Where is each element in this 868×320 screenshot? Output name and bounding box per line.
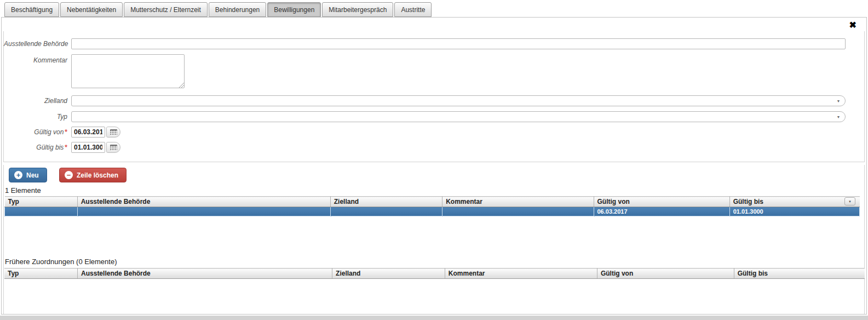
tab-mitarbeitergespraech[interactable]: Mitarbeitergespräch [322,2,393,17]
previous-assignments-title: Frühere Zuordnungen (0 Elemente) [5,258,117,266]
zielland-dropdown-arrow-icon[interactable]: ▼ [832,96,845,106]
cell-ausstellende-behoerde [77,207,330,216]
plus-circle-icon: + [14,171,22,179]
tab-beschaeftigung[interactable]: Beschäftigung [4,2,59,17]
gueltig-von-datefield [71,127,120,138]
ausstellende-behoerde-input[interactable] [71,38,846,49]
grids-section: + Neu − Zeile löschen 1 Elemente Typ Aus… [3,165,865,314]
tab-bar: Beschäftigung Nebentätigkeiten Muttersch… [0,0,868,17]
column-header-gueltig-von[interactable]: Gültig von [594,197,729,207]
required-marker: * [65,128,67,136]
new-button[interactable]: + Neu [9,168,47,182]
cell-gueltig-bis: 01.01.3000 [729,207,859,216]
close-icon[interactable]: ✖ [849,21,856,30]
column-header-zielland[interactable]: Zielland [332,268,445,279]
gueltig-bis-datefield [71,142,120,153]
tab-bewilligungen[interactable]: Bewilligungen [267,2,321,17]
bewilligung-form: Ausstellende Behörde Kommentar Zielland … [3,31,865,162]
tab-austritte[interactable]: Austritte [394,2,432,17]
gueltig-von-input[interactable] [71,127,105,138]
gueltig-bis-calendar-button[interactable] [106,142,120,153]
column-header-gueltig-bis[interactable]: Gültig bis [729,197,859,207]
calendar-icon [110,145,117,151]
content-panel: ✖ Ausstellende Behörde Kommentar Ziellan… [1,17,867,315]
ausstellende-behoerde-label: Ausstellende Behörde [4,40,67,48]
page-bottom-strip [0,316,868,320]
zielland-input[interactable] [72,96,832,106]
grid-header-row: Typ Ausstellende Behörde Zielland Kommen… [5,197,860,207]
cell-zielland [330,207,442,216]
previous-assignments-grid: Typ Ausstellende Behörde Zielland Kommen… [4,268,865,279]
tab-mutterschutz-elternzeit[interactable]: Mutterschutz / Elternzeit [124,2,208,17]
column-header-gueltig-bis[interactable]: Gültig bis [734,268,865,279]
new-button-label: Neu [26,172,39,179]
tab-behinderungen[interactable]: Behinderungen [209,2,266,17]
chevron-down-icon: ▼ [848,200,852,203]
grid-header-menu-button[interactable]: ▼ [844,197,855,205]
typ-label: Typ [4,113,67,121]
column-header-gueltig-von[interactable]: Gültig von [597,268,734,279]
gueltig-bis-input[interactable] [71,142,105,153]
gueltig-von-label: Gültig von* [4,128,67,136]
column-header-typ[interactable]: Typ [4,268,78,279]
bewilligungen-grid: Typ Ausstellende Behörde Zielland Kommen… [4,196,860,216]
table-row-selected[interactable]: 06.03.2017 01.01.3000 [5,207,860,216]
calendar-icon [110,129,117,135]
kommentar-label: Kommentar [4,56,67,64]
gueltig-bis-label: Gültig bis* [4,144,67,151]
grid-header-row: Typ Ausstellende Behörde Zielland Kommen… [4,268,865,279]
typ-input[interactable] [72,112,832,122]
typ-dropdown-arrow-icon[interactable]: ▼ [832,112,845,122]
column-header-zielland[interactable]: Zielland [330,197,442,207]
column-header-kommentar[interactable]: Kommentar [445,268,597,279]
zielland-label: Zielland [4,97,67,105]
bewilligungen-page: Beschäftigung Nebentätigkeiten Muttersch… [0,0,868,320]
cell-kommentar [442,207,594,216]
delete-row-button-label: Zeile löschen [77,172,118,179]
column-header-typ[interactable]: Typ [5,197,78,207]
kommentar-textarea[interactable] [71,54,185,88]
required-marker: * [65,144,67,151]
column-header-ausstellende-behoerde[interactable]: Ausstellende Behörde [77,197,330,207]
elements-count-label: 1 Elemente [5,186,41,195]
tab-nebentaetigkeiten[interactable]: Nebentätigkeiten [60,2,123,17]
column-header-kommentar[interactable]: Kommentar [442,197,594,207]
delete-row-button[interactable]: − Zeile löschen [59,168,127,182]
cell-typ [5,207,78,216]
zielland-combobox: ▼ [71,95,846,106]
column-header-ausstellende-behoerde[interactable]: Ausstellende Behörde [78,268,332,279]
typ-combobox: ▼ [71,111,846,122]
gueltig-von-calendar-button[interactable] [106,127,120,138]
cell-gueltig-von: 06.03.2017 [594,207,729,216]
minus-circle-icon: − [65,171,73,179]
